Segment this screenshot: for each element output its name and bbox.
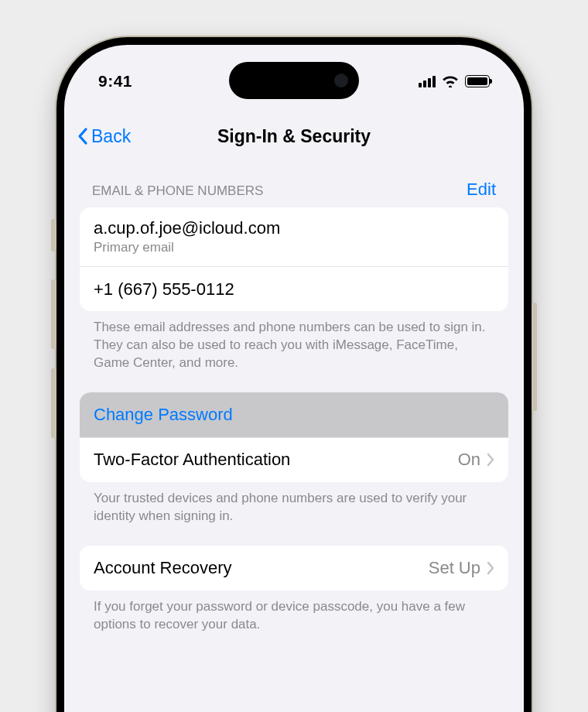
content: Email & Phone Numbers Edit a.cup.of.joe@… <box>64 161 524 712</box>
camera-dot <box>334 74 348 87</box>
volume-down-button <box>51 368 56 438</box>
back-label: Back <box>91 126 131 147</box>
account-recovery-row[interactable]: Account Recovery Set Up <box>80 546 508 590</box>
chevron-right-icon <box>487 453 494 467</box>
dynamic-island <box>229 62 359 99</box>
back-button[interactable]: Back <box>77 126 131 147</box>
phone-value: +1 (667) 555-0112 <box>94 279 234 300</box>
change-password-label: Change Password <box>94 405 233 425</box>
email-subtitle: Primary email <box>94 240 280 255</box>
wifi-icon <box>442 75 459 87</box>
status-indicators <box>419 75 490 87</box>
contacts-card: a.cup.of.joe@icloud.com Primary email +1… <box>80 207 508 311</box>
recovery-card: Account Recovery Set Up <box>80 546 508 590</box>
security-card: Change Password Two-Factor Authenticatio… <box>80 392 508 482</box>
battery-icon <box>465 75 490 87</box>
contacts-section-label: Email & Phone Numbers <box>92 183 263 199</box>
volume-up-button <box>51 279 56 349</box>
contacts-footer: These email addresses and phone numbers … <box>80 311 508 392</box>
email-row[interactable]: a.cup.of.joe@icloud.com Primary email <box>80 207 508 266</box>
status-time: 9:41 <box>98 72 132 91</box>
navigation-bar: Back Sign-In & Security <box>64 115 524 158</box>
two-factor-row[interactable]: Two-Factor Authentication On <box>80 437 508 482</box>
contacts-section-header: Email & Phone Numbers Edit <box>80 180 508 207</box>
side-button <box>532 303 537 411</box>
screen: 9:41 Back <box>64 45 524 712</box>
security-footer: Your trusted devices and phone numbers a… <box>80 482 508 546</box>
two-factor-label: Two-Factor Authentication <box>94 450 290 470</box>
edit-button[interactable]: Edit <box>467 180 496 200</box>
mute-switch <box>51 219 56 252</box>
recovery-footer: If you forget your password or device pa… <box>80 590 508 654</box>
two-factor-value: On <box>458 450 480 470</box>
chevron-left-icon <box>77 127 89 145</box>
cellular-icon <box>419 75 436 87</box>
phone-frame: 9:41 Back <box>56 37 532 712</box>
email-value: a.cup.of.joe@icloud.com <box>94 218 280 238</box>
phone-row[interactable]: +1 (667) 555-0112 <box>80 266 508 311</box>
account-recovery-label: Account Recovery <box>94 558 232 578</box>
page-title: Sign-In & Security <box>64 126 524 147</box>
change-password-row[interactable]: Change Password <box>80 392 508 437</box>
chevron-right-icon <box>487 561 494 575</box>
account-recovery-value: Set Up <box>429 558 480 578</box>
